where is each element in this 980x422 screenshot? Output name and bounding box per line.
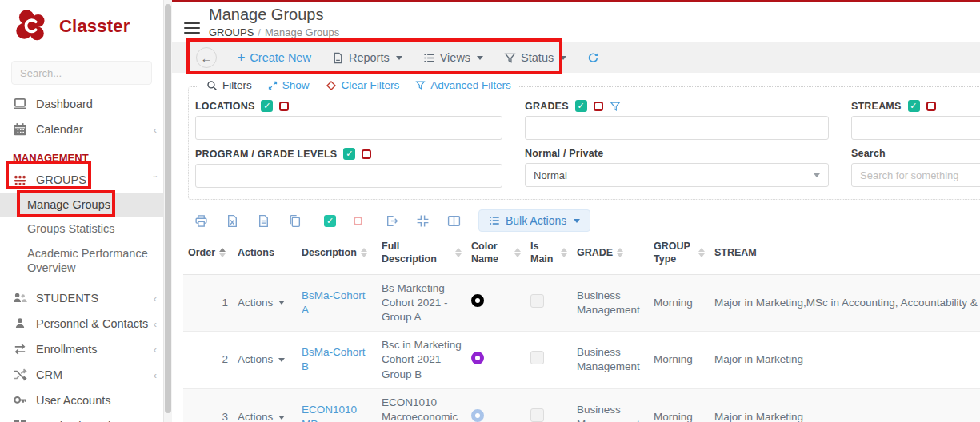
group-link[interactable]: ECON1010 MP (302, 404, 357, 422)
sidebar-item-academic-tasks[interactable]: Academic Tasks ‹ (0, 413, 163, 422)
create-new-button[interactable]: + Create New (238, 50, 311, 65)
breadcrumb-current: Manage Groups (265, 26, 339, 38)
normal-private-select[interactable]: Normal (525, 163, 829, 187)
col-header-grade[interactable]: GRADE (572, 232, 649, 274)
status-dropdown[interactable]: Status (504, 51, 566, 64)
select-all-checkbox-icon[interactable]: ✓ (575, 100, 587, 112)
normal-private-label: Normal / Private (525, 148, 603, 159)
filter-funnel-icon[interactable] (610, 101, 621, 112)
copy-icon[interactable] (288, 214, 302, 228)
program-grade-levels-filter: PROGRAM / GRADE LEVELS ✓ (195, 148, 502, 188)
sidebar-scrollbar[interactable] (164, 0, 172, 422)
sidebar-item-label: Dashboard (36, 98, 93, 110)
sidebar-item-label: CRM (36, 368, 62, 381)
search-input[interactable] (851, 163, 980, 187)
export-excel-icon[interactable] (226, 214, 239, 228)
is-main-checkbox[interactable] (530, 408, 544, 422)
search-icon (206, 80, 218, 91)
key-icon (13, 393, 27, 408)
views-dropdown[interactable]: Views (423, 51, 483, 64)
columns-icon[interactable] (447, 214, 461, 228)
sidebar-item-label: GROUPS (36, 173, 86, 186)
bulk-actions-button[interactable]: Bulk Actions (478, 209, 590, 232)
caret-down-icon (278, 301, 285, 305)
col-header-group-type[interactable]: GROUP Type (649, 232, 710, 274)
caret-down-icon (396, 56, 402, 60)
filters-panel: Filters Show Clear Filters Advanced Filt… (188, 86, 980, 200)
row-actions-dropdown[interactable]: Actions (238, 296, 285, 310)
col-header-full-description[interactable]: Full Description (377, 232, 466, 274)
locations-filter: LOCATIONS ✓ (195, 100, 502, 140)
filters-show-toggle[interactable]: Show (268, 79, 310, 91)
sidebar-item-groups[interactable]: GROUPS ˇ (0, 167, 163, 193)
sidebar-item-enrollments[interactable]: Enrollments ‹ (0, 336, 163, 362)
scrollbar-thumb[interactable] (165, 4, 171, 413)
col-header-order[interactable]: Order (183, 232, 233, 274)
print-icon[interactable] (194, 214, 208, 228)
sidebar-item-label: User Accounts (36, 394, 111, 407)
expand-arrows-icon (268, 81, 278, 90)
color-dot (471, 294, 484, 307)
group-type-cell: Morning (649, 332, 710, 389)
sidebar-item-user-accounts[interactable]: User Accounts (0, 388, 163, 413)
sidebar-search-input[interactable] (11, 61, 152, 85)
collapse-arrows-icon[interactable] (416, 214, 430, 228)
full-description-cell: Bsc in Marketing Cohort 2021 Group B (377, 332, 466, 389)
back-button[interactable]: ← (196, 47, 217, 68)
main-content: Manage Groups GROUPS/Manage Groups ← + C… (172, 0, 980, 422)
students-icon (13, 291, 27, 305)
grades-filter: GRADES ✓ (525, 100, 829, 140)
deselect-all-icon[interactable] (926, 102, 936, 111)
chevron-down-icon: ˇ (154, 174, 157, 186)
deselect-all-icon[interactable] (279, 102, 289, 111)
breadcrumb-parent[interactable]: GROUPS (209, 26, 254, 38)
select-all-checkbox-icon[interactable]: ✓ (261, 100, 273, 112)
streams-input[interactable] (851, 116, 980, 140)
is-main-checkbox[interactable] (530, 294, 544, 308)
sidebar-item-crm[interactable]: CRM ‹ (0, 362, 163, 388)
sort-icon (361, 248, 367, 257)
grades-input[interactable] (525, 116, 829, 140)
hamburger-menu-icon[interactable] (184, 19, 200, 37)
deselect-all-icon[interactable] (594, 102, 603, 111)
row-actions-dropdown[interactable]: Actions (238, 352, 285, 367)
chevron-left-icon: ‹ (154, 369, 157, 381)
deselect-all-icon[interactable] (354, 217, 362, 225)
sidebar-item-students[interactable]: STUDENTS ‹ (0, 285, 163, 311)
sidebar-item-personnel-contacts[interactable]: Personnel & Contacts ‹ (0, 311, 163, 336)
col-header-color-name[interactable]: Color Name (466, 232, 526, 274)
col-header-description[interactable]: Description (297, 232, 377, 274)
filter-funnel-icon (504, 52, 516, 64)
sidebar-item-academic-performance-overview[interactable]: Academic Performance Overview (0, 241, 163, 281)
select-all-checkbox-icon[interactable]: ✓ (324, 215, 336, 227)
table-row: 3 Actions ECON1010 MP ECON1010 Macroecon… (183, 388, 980, 422)
is-main-checkbox[interactable] (530, 351, 544, 364)
sidebar-item-dashboard[interactable]: Dashboard (0, 91, 163, 117)
program-grade-levels-input[interactable] (195, 164, 502, 188)
export-pdf-icon[interactable] (257, 214, 270, 228)
clear-filters-button[interactable]: Clear Filters (326, 79, 400, 91)
sidebar-item-groups-statistics[interactable]: Groups Statistics (0, 217, 163, 241)
sidebar-item-manage-groups[interactable]: Manage Groups (0, 193, 163, 217)
refresh-button[interactable] (587, 52, 599, 64)
reports-dropdown[interactable]: Reports (332, 51, 402, 64)
deselect-all-icon[interactable] (362, 149, 371, 159)
brand-logo-row[interactable]: Classter (0, 0, 163, 51)
group-type-cell: Morning (649, 274, 710, 332)
row-actions-dropdown[interactable]: Actions (238, 410, 285, 422)
sidebar-item-calendar[interactable]: Calendar ‹ (0, 117, 163, 142)
group-link[interactable]: BsMa-Cohort B (302, 346, 366, 372)
col-header-is-main[interactable]: Is Main (526, 232, 572, 274)
stream-cell: Major in Marketing (710, 332, 980, 389)
locations-input[interactable] (195, 116, 502, 140)
advanced-filters-button[interactable]: Advanced Filters (415, 79, 511, 91)
chevron-left-icon: ‹ (154, 293, 157, 305)
grade-cell: Business Management (572, 332, 649, 389)
streams-label: STREAMS (851, 101, 902, 112)
select-all-checkbox-icon[interactable]: ✓ (908, 100, 920, 112)
export-out-icon[interactable] (385, 214, 398, 228)
select-all-checkbox-icon[interactable]: ✓ (343, 148, 355, 160)
search-label: Search (851, 148, 886, 159)
group-link[interactable]: BsMa-Cohort A (302, 289, 366, 316)
stream-cell: Major in Marketing,MSc in Accounting, Ac… (710, 274, 980, 332)
